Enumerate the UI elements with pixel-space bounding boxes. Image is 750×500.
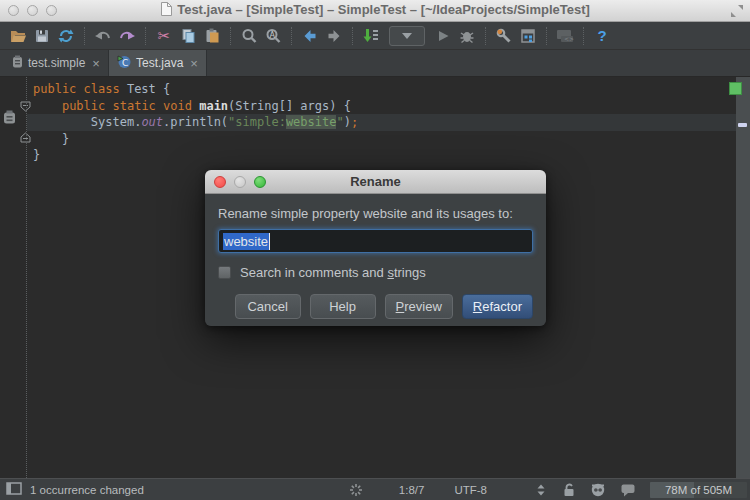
inspection-status-indicator[interactable] xyxy=(729,82,742,95)
search-comments-checkbox-row[interactable]: Search in comments and strings xyxy=(218,265,533,280)
tab-test-java[interactable]: C Test.java × xyxy=(109,50,207,76)
preview-button[interactable]: Preview xyxy=(385,294,453,319)
chevron-down-icon xyxy=(402,33,412,39)
cut-icon[interactable]: ✂ xyxy=(152,24,176,48)
toolbar-separator xyxy=(145,27,146,45)
code-token: website xyxy=(286,115,337,129)
run-configurations-combo[interactable] xyxy=(389,26,425,46)
code-token: } xyxy=(33,148,40,162)
dialog-title: Rename xyxy=(205,174,546,189)
encoding-widget[interactable]: UTF-8 xyxy=(454,484,487,496)
background-process-spinner-icon xyxy=(349,483,363,497)
close-window-button[interactable] xyxy=(8,5,19,16)
event-log-balloon-icon[interactable] xyxy=(620,482,636,497)
tab-test-simple[interactable]: test.simple × xyxy=(4,50,109,76)
tab-label: Test.java xyxy=(136,56,183,70)
main-toolbar: ✂ A <> ? xyxy=(0,22,750,50)
toolbar-separator xyxy=(485,27,486,45)
run-icon[interactable] xyxy=(431,24,455,48)
update-project-icon[interactable] xyxy=(359,24,383,48)
tab-label: test.simple xyxy=(28,56,85,70)
code-token: out xyxy=(141,115,163,129)
export-view-icon[interactable]: <> xyxy=(553,24,577,48)
svg-text:A: A xyxy=(270,30,276,39)
window-controls xyxy=(8,5,57,16)
code-token: public class xyxy=(33,82,127,96)
code-line[interactable]: public static void main(String[] args) { xyxy=(27,98,736,115)
help-icon[interactable]: ? xyxy=(590,24,614,48)
inspection-profile-hector-icon[interactable] xyxy=(590,482,606,497)
code-token: main xyxy=(199,99,228,113)
navigate-back-icon[interactable] xyxy=(298,24,322,48)
editor-gutter xyxy=(0,77,27,478)
zoom-window-button[interactable] xyxy=(46,5,57,16)
rename-prompt-label: Rename simple property website and its u… xyxy=(218,194,533,221)
simple-language-gutter-icon[interactable] xyxy=(3,110,16,128)
svg-text:<>: <> xyxy=(564,35,574,42)
checkbox-label: Search in comments and strings xyxy=(240,265,426,280)
dialog-titlebar: Rename xyxy=(205,170,546,194)
redo-icon[interactable] xyxy=(115,24,139,48)
code-token: ) xyxy=(344,115,351,129)
code-token: " xyxy=(336,115,343,129)
window-title: Test.java – [SimpleTest] – SimpleTest – … xyxy=(0,2,750,19)
simple-file-icon xyxy=(12,55,23,71)
line-separator-icon[interactable] xyxy=(535,483,547,497)
replace-icon[interactable]: A xyxy=(261,24,285,48)
checkbox-unchecked[interactable] xyxy=(218,266,231,279)
toolbar-separator xyxy=(583,27,584,45)
toolbar-separator xyxy=(352,27,353,45)
cancel-button[interactable]: Cancel xyxy=(235,294,301,319)
help-button[interactable]: Help xyxy=(310,294,376,319)
main-window-titlebar: Test.java – [SimpleTest] – SimpleTest – … xyxy=(0,0,750,22)
highlight-stripe-mark[interactable] xyxy=(738,123,747,127)
project-structure-icon[interactable] xyxy=(516,24,540,48)
dialog-button-row: Cancel Help Preview Refactor xyxy=(218,294,533,319)
refactor-button[interactable]: Refactor xyxy=(462,294,533,319)
code-line[interactable]: } xyxy=(27,147,736,164)
open-folder-icon[interactable] xyxy=(6,24,30,48)
navigate-forward-icon[interactable] xyxy=(322,24,346,48)
code-line[interactable]: public class Test { xyxy=(27,81,736,98)
code-token: (String[] args) { xyxy=(228,99,351,113)
paste-icon[interactable] xyxy=(200,24,224,48)
minimize-window-button[interactable] xyxy=(27,5,38,16)
settings-icon[interactable] xyxy=(492,24,516,48)
debug-icon[interactable] xyxy=(455,24,479,48)
toolbar-separator xyxy=(546,27,547,45)
toolbar-separator xyxy=(291,27,292,45)
code-token: public static void xyxy=(62,99,199,113)
toolwindow-toggle-icon[interactable] xyxy=(6,482,22,497)
status-message: 1 occurrence changed xyxy=(30,484,144,496)
memory-indicator[interactable]: 78M of 505M xyxy=(650,482,747,498)
error-stripe-scrollbar[interactable] xyxy=(736,77,750,478)
fullscreen-icon[interactable] xyxy=(730,4,744,22)
caret-position-widget[interactable]: 1:8/7 xyxy=(399,484,425,496)
code-token: } xyxy=(33,132,69,146)
code-token: .println( xyxy=(163,115,228,129)
find-icon[interactable] xyxy=(237,24,261,48)
input-selected-text: website xyxy=(223,233,270,250)
toolbar-separator xyxy=(84,27,85,45)
close-tab-icon[interactable]: × xyxy=(92,57,100,70)
code-line[interactable]: System.out.println("simple:website"); xyxy=(27,114,736,131)
document-icon xyxy=(160,2,172,19)
undo-icon[interactable] xyxy=(91,24,115,48)
code-token: "simple: xyxy=(228,115,286,129)
close-tab-icon[interactable]: × xyxy=(190,57,198,70)
copy-icon[interactable] xyxy=(176,24,200,48)
lock-icon[interactable] xyxy=(561,482,576,497)
save-all-icon[interactable] xyxy=(30,24,54,48)
svg-text:C: C xyxy=(122,57,128,67)
editor-tabbar: test.simple × C Test.java × xyxy=(0,50,750,77)
memory-text: 78M of 505M xyxy=(650,482,747,498)
rename-dialog: Rename Rename simple property website an… xyxy=(205,170,546,326)
code-line[interactable]: } xyxy=(27,131,736,148)
synchronize-icon[interactable] xyxy=(54,24,78,48)
code-token: System. xyxy=(33,115,141,129)
code-token xyxy=(33,99,62,113)
new-name-input[interactable]: website xyxy=(218,229,533,253)
code-token: ; xyxy=(351,115,358,129)
dialog-body: Rename simple property website and its u… xyxy=(205,194,546,326)
java-class-icon: C xyxy=(117,55,131,72)
